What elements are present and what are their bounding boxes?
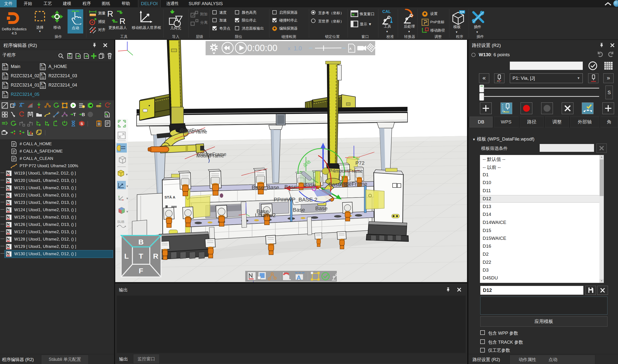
- svg-text:R: R: [119, 16, 125, 25]
- svg-text:S: S: [41, 64, 42, 67]
- svg-text:0:00:00: 0:00:00: [247, 43, 277, 53]
- svg-text:S: S: [3, 73, 5, 76]
- svg-text:B: B: [82, 112, 85, 117]
- svg-text:Base_Base: Base_Base: [252, 184, 279, 190]
- svg-text:x: x: [288, 45, 290, 51]
- svg-text:Base: Base: [293, 207, 305, 213]
- svg-text:T: T: [73, 112, 76, 117]
- svg-text:A: A: [297, 274, 301, 281]
- svg-text:S: S: [81, 121, 83, 126]
- svg-text:P4mountFrame: P4mountFrame: [329, 168, 363, 174]
- svg-text:F: F: [139, 267, 143, 275]
- svg-text:▼: ▼: [126, 184, 129, 188]
- svg-text:Base: Base: [303, 182, 316, 188]
- svg-text:1.0: 1.0: [294, 45, 302, 52]
- svg-text:P72: P72: [355, 160, 364, 166]
- svg-text:S: S: [41, 73, 42, 76]
- svg-text:R: R: [107, 9, 113, 18]
- svg-text:L: L: [124, 252, 129, 260]
- svg-text:S: S: [3, 82, 5, 85]
- svg-text:STÄ A: STÄ A: [165, 195, 176, 199]
- svg-text:PP##WP_BASE 2: PP##WP_BASE 2: [274, 196, 317, 203]
- svg-text:S: S: [41, 82, 42, 85]
- svg-text:Base: Base: [284, 184, 297, 190]
- svg-text:T: T: [139, 252, 143, 260]
- svg-text:Uframe2: Uframe2: [255, 212, 275, 218]
- svg-text:S: S: [3, 92, 5, 95]
- svg-text:M: M: [3, 64, 5, 67]
- svg-text:Base: Base: [315, 205, 328, 211]
- svg-text:A: A: [349, 47, 352, 51]
- svg-text:MountFrame: MountFrame: [179, 129, 207, 134]
- svg-text:B: B: [138, 238, 144, 246]
- svg-text:SUB: SUB: [117, 220, 124, 224]
- svg-text:R: R: [153, 252, 158, 260]
- svg-text:angeFrame: angeFrame: [340, 181, 367, 187]
- svg-text:▼: ▼: [126, 197, 129, 200]
- svg-text:MountFrame: MountFrame: [196, 153, 224, 158]
- svg-text:▼: ▼: [126, 210, 129, 213]
- svg-text:▼: ▼: [125, 173, 128, 176]
- svg-text:S: S: [107, 114, 108, 117]
